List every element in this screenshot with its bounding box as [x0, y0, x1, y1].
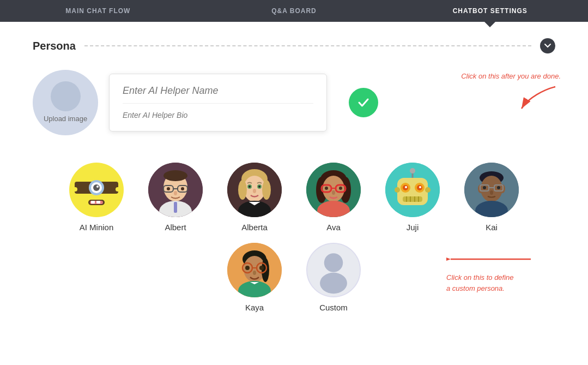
persona-ava-label: Ava — [326, 223, 341, 232]
ai-helper-bio-input[interactable] — [123, 111, 313, 119]
svg-point-27 — [238, 180, 247, 200]
svg-point-28 — [262, 180, 271, 200]
svg-point-19 — [167, 187, 170, 190]
svg-point-74 — [490, 190, 493, 195]
persona-juji[interactable]: Juji — [373, 163, 452, 232]
kaya-avatar — [227, 243, 282, 297]
albert-avatar — [148, 163, 203, 217]
annotation-arrow-bottom — [446, 248, 534, 270]
persona-title: Persona — [33, 40, 76, 52]
svg-point-85 — [259, 266, 264, 270]
main-content: Persona Upload image Click on this after… — [0, 22, 588, 334]
persona-juji-label: Juji — [407, 223, 419, 232]
svg-point-86 — [253, 271, 256, 275]
persona-ai-minion-label: AI Minion — [80, 223, 114, 232]
alberta-avatar — [227, 163, 282, 217]
svg-rect-11 — [70, 187, 77, 192]
persona-kai[interactable]: Kai — [452, 163, 531, 232]
top-navigation: MAIN CHAT FLOW Q&A BOARD CHATBOT SETTING… — [0, 0, 588, 22]
annotation-arrow-top — [517, 84, 561, 111]
ava-avatar — [306, 163, 361, 217]
juji-avatar — [385, 163, 440, 217]
svg-rect-57 — [403, 196, 422, 202]
svg-rect-12 — [116, 187, 123, 192]
svg-rect-10 — [96, 201, 100, 204]
svg-point-44 — [339, 187, 342, 190]
svg-point-84 — [245, 266, 250, 270]
svg-point-5 — [93, 184, 100, 191]
ai-helper-form — [109, 74, 327, 131]
svg-point-21 — [174, 191, 177, 195]
checkmark-icon — [356, 95, 371, 110]
custom-avatar — [307, 243, 360, 297]
persona-alberta-label: Alberta — [241, 223, 268, 232]
upload-label: Upload image — [44, 115, 87, 124]
svg-point-49 — [410, 168, 415, 173]
svg-point-31 — [248, 186, 251, 188]
svg-point-55 — [405, 186, 407, 188]
nav-qa-board[interactable]: Q&A BOARD — [196, 0, 392, 22]
svg-point-32 — [258, 186, 260, 188]
svg-point-89 — [324, 253, 343, 272]
svg-rect-23 — [174, 202, 177, 213]
svg-point-72 — [483, 186, 486, 189]
svg-point-45 — [332, 190, 335, 195]
ai-helper-name-input[interactable] — [123, 85, 313, 97]
persona-custom[interactable]: Custom — [294, 243, 373, 312]
confirm-persona-button[interactable] — [349, 88, 378, 117]
upload-image-button[interactable]: Upload image — [33, 70, 98, 135]
persona-ava[interactable]: Ava — [294, 163, 373, 232]
annotation-top-text: Click on this after you are done. — [461, 71, 561, 82]
persona-albert[interactable]: Albert — [136, 163, 215, 232]
persona-custom-label: Custom — [319, 303, 348, 312]
svg-point-90 — [320, 273, 347, 294]
kai-avatar — [464, 163, 519, 217]
chevron-down-icon — [544, 42, 551, 50]
svg-point-33 — [253, 189, 256, 193]
svg-point-73 — [497, 186, 500, 189]
persona-grid-row2: Kaya Custom — [33, 243, 555, 312]
svg-rect-9 — [91, 201, 95, 204]
persona-collapse-button[interactable] — [540, 38, 555, 53]
persona-kaya-label: Kaya — [245, 303, 264, 312]
nav-main-chat-flow[interactable]: MAIN CHAT FLOW — [0, 0, 196, 22]
persona-kaya[interactable]: Kaya — [215, 243, 294, 312]
nav-chatbot-settings[interactable]: CHATBOT SETTINGS — [392, 0, 588, 22]
persona-divider — [84, 45, 531, 46]
persona-albert-label: Albert — [165, 223, 186, 232]
svg-point-43 — [325, 187, 328, 190]
svg-point-62 — [395, 187, 400, 193]
svg-point-6 — [96, 186, 99, 188]
annotation-bottom-text: Click on this to definea custom persona. — [446, 272, 566, 294]
ai-minion-avatar — [69, 163, 124, 217]
avatar-placeholder — [51, 81, 81, 111]
persona-grid-row1: AI Minion — [33, 163, 555, 232]
persona-kai-label: Kai — [486, 223, 498, 232]
persona-ai-minion[interactable]: AI Minion — [57, 163, 136, 232]
svg-point-63 — [425, 187, 431, 193]
persona-header: Persona — [33, 38, 555, 53]
annotation-top-right: Click on this after you are done. — [461, 71, 561, 111]
svg-point-20 — [181, 187, 184, 190]
annotation-bottom-right: Click on this to definea custom persona. — [446, 248, 566, 294]
form-divider — [123, 103, 313, 104]
svg-point-15 — [163, 170, 187, 181]
persona-alberta[interactable]: Alberta — [215, 163, 294, 232]
svg-point-56 — [419, 186, 421, 188]
